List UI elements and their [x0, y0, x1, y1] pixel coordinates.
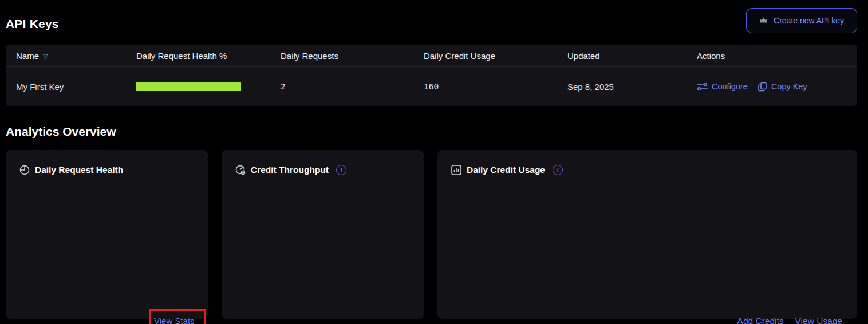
api-key-name: My First Key [16, 67, 64, 106]
bar-chart-icon [451, 165, 461, 175]
updated-date: Sep 8, 2025 [567, 67, 614, 106]
crown-icon [759, 17, 768, 25]
configure-button[interactable]: Configure [697, 82, 748, 91]
daily-credit-usage-card: Daily Credit Usage i Add Credits View Us… [437, 150, 857, 319]
table-header: Name ▽ Daily Request Health % Daily Requ… [6, 45, 857, 67]
copy-key-button[interactable]: Copy Key [758, 82, 807, 92]
sliders-icon [697, 82, 708, 91]
info-icon[interactable]: i [553, 165, 563, 175]
column-header-name[interactable]: Name ▽ [16, 45, 48, 67]
card-title: Credit Throughput [251, 165, 329, 175]
analytics-overview-title: Analytics Overview [6, 125, 116, 139]
card-title: Daily Request Health [35, 165, 123, 175]
pie-chart-icon [19, 165, 30, 175]
view-usage-link[interactable]: View Usage [795, 316, 842, 324]
column-header-health: Daily Request Health % [136, 45, 227, 67]
actions-cell: Configure Copy Key [697, 67, 807, 106]
column-header-credit-usage: Daily Credit Usage [424, 45, 495, 67]
daily-requests-value: 2 [281, 67, 286, 106]
api-keys-table: Name ▽ Daily Request Health % Daily Requ… [6, 45, 857, 106]
daily-credit-usage-value: 160 [424, 67, 439, 106]
column-header-requests: Daily Requests [281, 45, 338, 67]
info-icon[interactable]: i [336, 165, 346, 175]
table-row: My First Key 2 160 Sep 8, 2025 [6, 67, 857, 106]
daily-request-health-card: Daily Request Health View Stats 2 Total … [6, 150, 208, 319]
health-bar-cell [136, 67, 241, 106]
credit-throughput-card: Credit Throughput i Estimated max from t… [222, 150, 424, 319]
add-credits-link[interactable]: Add Credits [737, 316, 784, 324]
page-title: API Keys [6, 17, 59, 31]
dashboard: API Keys Create new API key Name ▽ Daily… [0, 0, 868, 324]
create-api-key-button[interactable]: Create new API key [746, 8, 857, 33]
health-percent-bar [136, 82, 241, 91]
copy-icon [758, 82, 767, 92]
column-header-actions: Actions [697, 45, 725, 67]
create-api-key-label: Create new API key [774, 16, 844, 25]
column-header-updated: Updated [567, 45, 600, 67]
gauge-icon [235, 165, 246, 175]
view-stats-link[interactable]: View Stats [154, 316, 195, 324]
card-title: Daily Credit Usage [467, 165, 545, 175]
sort-down-icon[interactable]: ▽ [43, 52, 48, 60]
